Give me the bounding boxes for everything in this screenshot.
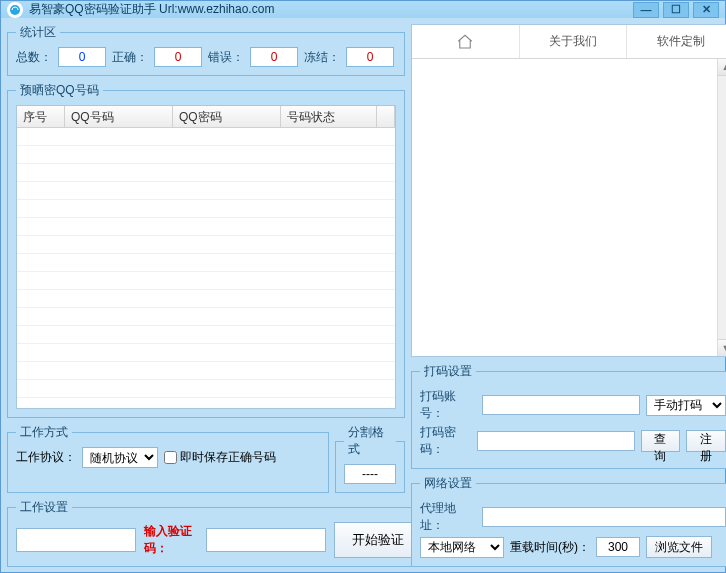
register-button[interactable]: 注册	[686, 430, 726, 452]
window-title: 易智豪QQ密码验证助手 Url:www.ezhihao.com	[29, 1, 633, 18]
app-logo-icon	[7, 2, 23, 18]
dama-account-label: 打码账号：	[420, 388, 476, 422]
dama-mode-select[interactable]: 手动打码	[646, 395, 726, 416]
col-qq-number[interactable]: QQ号码	[65, 106, 173, 127]
split-legend: 分割格式	[344, 424, 396, 458]
net-group: 网络设置 代理地址： 本地网络 重载时间(秒)： 浏览文件	[411, 475, 726, 567]
scroll-down-icon[interactable]: ▼	[718, 339, 726, 356]
workset-field1[interactable]	[16, 528, 136, 552]
protocol-select[interactable]: 随机协议	[82, 447, 158, 468]
captcha-label: 输入验证码：	[144, 523, 198, 557]
save-checkbox-label: 即时保存正确号码	[180, 449, 276, 466]
col-spacer	[377, 106, 395, 127]
net-legend: 网络设置	[420, 475, 476, 492]
reconnect-label: 重载时间(秒)：	[510, 539, 590, 556]
save-checkbox-wrap[interactable]: 即时保存正确号码	[164, 449, 276, 466]
dama-account-input[interactable]	[482, 395, 640, 415]
workmode-legend: 工作方式	[16, 424, 72, 441]
network-select[interactable]: 本地网络	[420, 537, 504, 558]
query-button[interactable]: 查询	[641, 430, 681, 452]
dama-legend: 打码设置	[420, 363, 476, 380]
qq-list-group: 预晒密QQ号码 序号 QQ号码 QQ密码 号码状态	[7, 82, 405, 418]
close-button[interactable]: ✕	[693, 2, 719, 18]
titlebar: 易智豪QQ密码验证助手 Url:www.ezhihao.com — ☐ ✕	[1, 1, 725, 18]
table-header: 序号 QQ号码 QQ密码 号码状态	[17, 106, 395, 128]
reconnect-input[interactable]	[596, 537, 640, 557]
stats-group: 统计区 总数： 0 正确： 0 错误： 0 冻结： 0	[7, 24, 405, 76]
total-label: 总数：	[16, 49, 52, 66]
browser-tabs: 关于我们 软件定制	[412, 25, 726, 59]
qq-table[interactable]: 序号 QQ号码 QQ密码 号码状态	[16, 105, 396, 409]
total-value: 0	[58, 47, 106, 67]
qq-list-legend: 预晒密QQ号码	[16, 82, 103, 99]
col-status[interactable]: 号码状态	[281, 106, 377, 127]
frozen-label: 冻结：	[304, 49, 340, 66]
col-index[interactable]: 序号	[17, 106, 65, 127]
captcha-input[interactable]	[206, 528, 326, 552]
error-label: 错误：	[208, 49, 244, 66]
workmode-group: 工作方式 工作协议： 随机协议 即时保存正确号码	[7, 424, 329, 493]
tab-home[interactable]	[412, 25, 520, 58]
dama-password-label: 打码密码：	[420, 424, 471, 458]
correct-value: 0	[154, 47, 202, 67]
split-group: 分割格式	[335, 424, 405, 493]
app-window: 易智豪QQ密码验证助手 Url:www.ezhihao.com — ☐ ✕ 统计…	[0, 0, 726, 573]
home-icon	[456, 33, 474, 51]
tab-about[interactable]: 关于我们	[520, 25, 628, 58]
browse-button[interactable]: 浏览文件	[646, 536, 712, 558]
correct-label: 正确：	[112, 49, 148, 66]
protocol-label: 工作协议：	[16, 449, 76, 466]
start-button[interactable]: 开始验证	[334, 522, 422, 558]
browser-pane: 关于我们 软件定制 ▲ ▼	[411, 24, 726, 357]
error-value: 0	[250, 47, 298, 67]
scroll-up-icon[interactable]: ▲	[718, 59, 726, 76]
save-checkbox[interactable]	[164, 451, 177, 464]
table-body[interactable]	[17, 128, 395, 408]
browser-content: ▲ ▼	[412, 59, 726, 356]
proxy-label: 代理地址：	[420, 500, 476, 534]
minimize-button[interactable]: —	[633, 2, 659, 18]
maximize-button[interactable]: ☐	[663, 2, 689, 18]
dama-password-input[interactable]	[477, 431, 635, 451]
frozen-value: 0	[346, 47, 394, 67]
stats-legend: 统计区	[16, 24, 60, 41]
tab-custom[interactable]: 软件定制	[627, 25, 726, 58]
browser-scrollbar[interactable]: ▲ ▼	[717, 59, 726, 356]
workset-legend: 工作设置	[16, 499, 72, 516]
dama-group: 打码设置 打码账号： 手动打码 打码密码： 查询 注册	[411, 363, 726, 469]
workset-group: 工作设置 输入验证码： 开始验证	[7, 499, 431, 567]
col-qq-password[interactable]: QQ密码	[173, 106, 281, 127]
split-input[interactable]	[344, 464, 396, 484]
proxy-input[interactable]	[482, 507, 726, 527]
